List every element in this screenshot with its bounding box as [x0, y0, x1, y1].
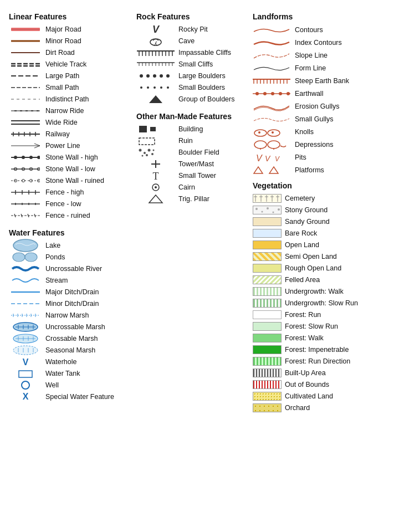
minor-road-symbol	[9, 36, 42, 46]
large-boulders-label: Large Boulders	[178, 72, 226, 80]
ponds-icon	[11, 251, 40, 263]
fence-low-icon	[11, 200, 40, 208]
cave-icon: ʎ	[148, 35, 163, 47]
fence-ruined-icon	[11, 212, 40, 219]
list-item: Cemetery	[253, 193, 390, 203]
slope-line-symbol	[253, 50, 291, 61]
small-tower-icon: T	[148, 171, 163, 181]
power-line-icon	[11, 142, 40, 150]
list-item: Stony Ground	[253, 205, 390, 215]
major-road-icon	[11, 27, 40, 32]
impassable-cliffs-icon	[137, 48, 175, 57]
rock-features-section: Rock Features V Rocky Pit ʎ Cave	[136, 7, 247, 415]
ponds-label: Ponds	[45, 253, 65, 261]
well-symbol	[9, 380, 42, 390]
depressions-label: Depressions	[295, 141, 333, 149]
forest-walk-label: Forest: Walk	[285, 334, 324, 342]
landforms-vegetation-section: Landforms Contours Index Contours	[253, 7, 390, 415]
list-item: Group of Boulders	[136, 94, 247, 104]
rough-open-land-box	[253, 264, 282, 273]
power-line-symbol	[9, 141, 42, 151]
slope-line-icon	[253, 50, 290, 60]
knolls-icon	[253, 126, 290, 137]
uncrossable-marsh-icon	[11, 321, 40, 333]
svg-marker-166	[254, 167, 263, 173]
list-item: Fence - ruined	[9, 211, 131, 221]
svg-point-26	[37, 156, 40, 159]
pits-symbol: V V V	[253, 152, 291, 163]
list-item: Built-Up Area	[253, 368, 390, 378]
svg-text:V: V	[275, 155, 280, 162]
fence-low-symbol	[9, 199, 42, 209]
major-ditch-symbol	[9, 287, 42, 297]
major-ditch-icon	[11, 289, 40, 295]
uncrossable-marsh-label: Uncrossable Marsh	[45, 323, 105, 331]
uncrossable-river-icon	[11, 263, 40, 274]
semi-open-land-box	[253, 252, 282, 261]
list-item: Stone Wall - ruined	[9, 176, 131, 186]
form-line-symbol	[253, 63, 291, 74]
erosion-gullys-symbol	[253, 101, 291, 112]
list-item: ʎ Cave	[136, 36, 247, 46]
impassable-cliffs-symbol	[136, 48, 175, 58]
narrow-ride-symbol	[9, 106, 42, 116]
list-item: Tower/Mast	[136, 159, 247, 169]
list-item: V Rocky Pit	[136, 24, 247, 34]
undergrowth-slow-label: Undergrowth: Slow Run	[285, 299, 358, 307]
small-gullys-icon	[253, 114, 290, 124]
out-of-bounds-box	[253, 380, 282, 389]
list-item: Narrow Marsh	[9, 310, 131, 320]
list-item: Form Line	[253, 63, 390, 74]
vegetation-section: Vegetation	[253, 181, 390, 413]
well-icon	[11, 380, 40, 390]
uncrossable-river-symbol	[9, 264, 42, 274]
svg-text:V: V	[265, 154, 271, 162]
fence-ruined-symbol	[9, 211, 42, 221]
form-line-icon	[253, 63, 290, 73]
svg-point-153	[263, 92, 267, 95]
small-path-label: Small Path	[45, 84, 79, 91]
trig-pillar-icon	[148, 194, 163, 204]
depressions-icon	[253, 139, 290, 150]
stream-icon	[11, 275, 40, 285]
small-boulders-icon	[137, 84, 175, 91]
small-tower-label: Small Tower	[178, 172, 216, 180]
major-ditch-label: Major Ditch/Drain	[45, 288, 99, 296]
list-item: Ruin	[136, 136, 247, 146]
svg-point-24	[22, 156, 25, 159]
small-cliffs-icon	[137, 60, 175, 68]
cemetery-box	[253, 194, 282, 203]
svg-rect-124	[150, 127, 156, 131]
cave-symbol: ʎ	[136, 36, 175, 46]
water-tank-label: Water Tank	[45, 370, 80, 377]
steep-earth-bank-label: Steep Earth Bank	[295, 77, 349, 85]
cairn-label: Cairn	[178, 183, 195, 191]
large-path-icon	[11, 73, 40, 79]
list-item: Open Land	[253, 240, 390, 250]
index-contours-label: Index Contours	[295, 39, 342, 47]
list-item: Undergrowth: Slow Run	[253, 298, 390, 308]
stone-wall-low-symbol	[9, 164, 42, 174]
vegetation-title: Vegetation	[253, 181, 390, 190]
building-symbol	[136, 124, 175, 134]
undergrowth-walk-box	[253, 287, 282, 296]
well-label: Well	[45, 381, 59, 389]
seasonal-marsh-icon	[11, 344, 40, 356]
linear-title: Linear Features	[9, 12, 131, 21]
list-item: Building	[136, 124, 247, 134]
list-item: V Waterhole	[9, 357, 131, 367]
svg-point-129	[142, 155, 144, 157]
ponds-symbol	[9, 252, 42, 262]
list-item: Depressions	[253, 139, 390, 150]
list-item: Boulder Field	[136, 147, 247, 157]
list-item: Fence - low	[9, 199, 131, 209]
svg-point-161	[254, 141, 267, 149]
knolls-label: Knolls	[295, 128, 314, 136]
svg-marker-138	[149, 195, 162, 203]
undergrowth-slow-box	[253, 299, 282, 308]
list-item: Minor Road	[9, 36, 131, 46]
waterhole-label: Waterhole	[45, 358, 77, 366]
orchard-box	[253, 403, 282, 412]
cave-label: Cave	[178, 37, 195, 45]
minor-ditch-symbol	[9, 299, 42, 309]
